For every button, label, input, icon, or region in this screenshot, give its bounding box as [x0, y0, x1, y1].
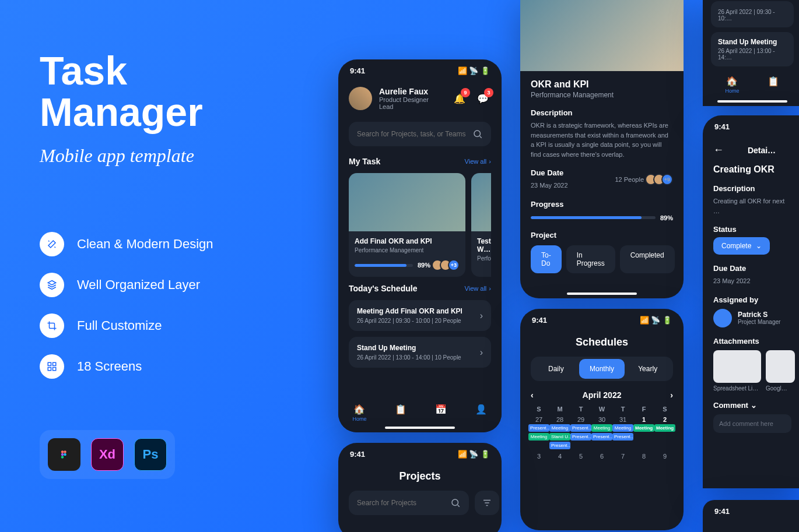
home-indicator [567, 293, 637, 295]
status-dropdown[interactable]: Complete⌄ [713, 237, 770, 255]
svg-point-7 [64, 453, 66, 456]
status-icons: 📶 📡 🔋 [458, 66, 490, 75]
tab-todo[interactable]: To-Do [531, 245, 562, 273]
svg-point-10 [452, 499, 458, 506]
next-month[interactable]: › [670, 390, 673, 400]
nav-projects[interactable]: 📋 [395, 404, 406, 422]
mytask-section: My TaskView all › Add Final OKR and KPIP… [338, 153, 502, 280]
avatar[interactable] [349, 87, 372, 110]
xd-icon: Xd [91, 438, 124, 471]
phone-detail: OKR and KPI Performance Management Descr… [520, 0, 684, 298]
hero-title: TaskManager [40, 50, 203, 133]
svg-rect-0 [48, 362, 51, 365]
mini-sched-item[interactable]: Stand Up Meeting26 April 2022 | 13:00 - … [711, 32, 794, 66]
detail-description: OKR is a strategic framework, whereas KP… [531, 121, 673, 159]
mini-nav: 🏠Home📋 [711, 71, 794, 98]
tools-row: Xd Ps [40, 430, 175, 479]
hero: TaskManager Mobile app template [40, 50, 203, 167]
home-header: Aurelie FauxProduct Designer Lead 🔔9 💬3 [338, 82, 502, 115]
segment-control: DailyMonthlyYearly [531, 357, 673, 381]
attachment[interactable]: Googl… [766, 350, 795, 392]
nav-home[interactable]: 🏠Home [352, 404, 366, 422]
task-card[interactable]: Add Final OKR and KPIPerformance Managem… [349, 173, 465, 277]
svg-point-4 [61, 450, 64, 453]
mytask-title: My Task [349, 157, 380, 166]
svg-point-6 [61, 456, 64, 459]
task-card[interactable]: Testing W…Performa… [471, 173, 491, 277]
schedules-title: Schedules [520, 336, 684, 348]
status-bar: 9:41📶 📡 🔋 [338, 59, 502, 82]
chat-icon[interactable]: 💬3 [475, 90, 491, 107]
svg-point-9 [474, 131, 481, 137]
detail-title: OKR and KPI [531, 79, 673, 90]
phone-partial: 9:41 [703, 500, 799, 532]
hero-subtitle: Mobile app template [40, 145, 203, 167]
month-nav: ‹April 2022› [520, 390, 684, 400]
comment-input[interactable]: Add comment here [713, 414, 791, 433]
schedule-item[interactable]: Stand Up Meeting26 April 2022 | 13:00 - … [349, 337, 491, 368]
seg-daily[interactable]: Daily [533, 359, 579, 379]
filter-icon [482, 498, 492, 508]
svg-rect-2 [48, 368, 51, 371]
search-input[interactable] [349, 491, 469, 515]
nav-calendar[interactable]: 📅 [435, 404, 447, 422]
nav-projects[interactable]: 📋 [768, 76, 779, 94]
home-indicator [385, 427, 455, 429]
search-input[interactable] [349, 122, 491, 146]
chevron-down-icon: ⌄ [756, 242, 762, 250]
filter-button[interactable] [475, 491, 499, 515]
viewall-link[interactable]: View all › [465, 158, 491, 165]
feature-item: Well Organized Layer [40, 273, 213, 297]
detail-image [520, 0, 684, 71]
bell-icon[interactable]: 🔔9 [451, 90, 468, 107]
back-button[interactable]: ← [713, 144, 724, 156]
card-image [349, 173, 465, 231]
chevron-down-icon: ⌄ [751, 401, 757, 410]
seg-yearly[interactable]: Yearly [625, 359, 671, 379]
phone-mini: 26 April 2022 | 09:30 - 10:… Stand Up Me… [703, 0, 799, 106]
today-title: Today's Schedule [349, 284, 417, 293]
phone-task-detail: 9:41 ←Detai… Creating OKR DescriptionCre… [703, 115, 799, 488]
avatar [713, 309, 732, 327]
svg-point-5 [61, 453, 64, 456]
wand-icon [40, 232, 64, 256]
mini-sched-item[interactable]: 26 April 2022 | 09:30 - 10:… [711, 1, 794, 27]
schedule-item[interactable]: Meeting Add Final OKR and KPI26 April 20… [349, 300, 491, 331]
feature-item: Full Customize [40, 313, 213, 338]
svg-rect-1 [53, 362, 56, 365]
home-indicator [717, 100, 787, 103]
detail-header: ←Detai… [703, 138, 799, 162]
seg-monthly[interactable]: Monthly [579, 359, 625, 379]
project-tabs: To-DoIn ProgressCompleted [531, 245, 673, 273]
svg-rect-3 [53, 368, 56, 371]
tab-inprogress[interactable]: In Progress [566, 245, 615, 273]
nav-home[interactable]: 🏠Home [725, 76, 739, 94]
grid-icon [40, 354, 64, 379]
svg-point-8 [64, 450, 66, 453]
feature-item: Clean & Modern Design [40, 232, 213, 256]
task-title: Creating OKR [713, 164, 791, 175]
tab-completed[interactable]: Completed [620, 245, 675, 273]
nav-profile[interactable]: 👤 [475, 404, 487, 422]
assigned-user: Patrick SProject Manager [713, 309, 791, 327]
phone-home: 9:41📶 📡 🔋 Aurelie FauxProduct Designer L… [338, 59, 502, 432]
attachment[interactable]: Spreadsheet Li… [713, 350, 761, 392]
viewall-link[interactable]: View all › [465, 285, 491, 292]
search-icon [472, 129, 483, 139]
figma-icon [48, 438, 80, 471]
feature-item: 18 Screens [40, 354, 213, 379]
chevron-right-icon: › [480, 347, 483, 358]
user-info: Aurelie FauxProduct Designer Lead [379, 87, 444, 110]
ps-icon: Ps [134, 438, 167, 471]
layers-icon [40, 273, 64, 297]
prev-month[interactable]: ‹ [531, 390, 534, 400]
today-section: Today's ScheduleView all › Meeting Add F… [338, 280, 502, 377]
detail-sub: Performance Management [531, 91, 673, 99]
crop-icon [40, 313, 64, 338]
chevron-right-icon: › [480, 311, 483, 321]
calendar: SMTWTFS 27Present…Meeting28MeetingStand … [520, 400, 684, 469]
people-count: 12 People+9 [615, 174, 673, 185]
features-list: Clean & Modern Design Well Organized Lay… [40, 232, 213, 395]
search-icon [450, 498, 461, 508]
projects-title: Projects [338, 470, 502, 482]
